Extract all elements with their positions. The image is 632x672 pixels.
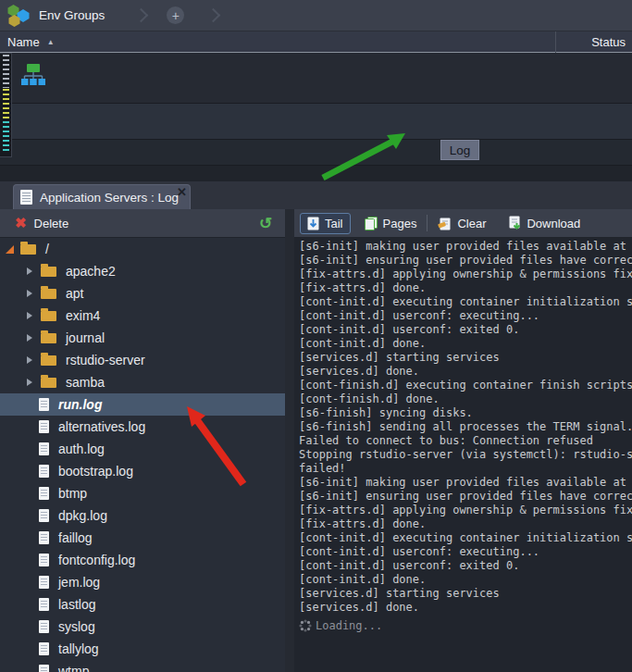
tree-root-label: /: [45, 242, 49, 256]
folder-expander-icon[interactable]: [27, 356, 32, 364]
log-output[interactable]: [s6-init] making user provided files ava…: [294, 238, 632, 672]
log-line: failed!: [299, 462, 632, 476]
task-strip-segment: [3, 55, 9, 88]
log-line: [cont-init.d] userconf: executing...: [299, 545, 632, 559]
status-column-header[interactable]: Status: [591, 35, 626, 49]
file-label: bootstrap.log: [58, 464, 133, 479]
spinner-icon: [299, 619, 312, 632]
breadcrumb-separator-icon: [134, 8, 149, 23]
pages-icon: [365, 217, 378, 230]
log-line: [services.d] done.: [299, 601, 632, 615]
tab-title: Application Servers : Log: [40, 191, 179, 205]
tree-item[interactable]: fontconfig.log: [0, 549, 285, 571]
file-icon: [39, 665, 49, 672]
clear-button[interactable]: Clear: [431, 214, 492, 233]
tail-icon: [307, 217, 319, 230]
log-line: [fix-attrs.d] done.: [299, 281, 632, 295]
file-label: lastlog: [58, 597, 95, 612]
file-label: tallylog: [58, 641, 99, 656]
tree-root[interactable]: /: [0, 238, 285, 260]
file-label: btmp: [58, 486, 87, 501]
file-icon: [39, 509, 49, 522]
file-label: jem.log: [58, 575, 100, 590]
log-line: [s6-init] ensuring user provided files h…: [299, 490, 632, 504]
tree-item[interactable]: wtmp: [0, 660, 285, 672]
folder-expander-icon[interactable]: [27, 312, 32, 319]
refresh-icon[interactable]: ↻: [259, 214, 272, 233]
folder-expander-icon[interactable]: [27, 290, 32, 297]
tree-item[interactable]: bootstrap.log: [0, 460, 285, 482]
delete-x-icon: ✖: [15, 215, 27, 231]
tab-close-icon[interactable]: ✕: [177, 185, 187, 199]
pages-button[interactable]: Pages: [358, 214, 424, 233]
folder-label: samba: [66, 375, 105, 390]
folder-icon: [41, 311, 56, 321]
tree-root-expander-icon[interactable]: [6, 245, 14, 254]
file-icon: [39, 620, 49, 633]
add-env-group-button[interactable]: +: [167, 6, 184, 24]
file-icon: [39, 642, 49, 655]
tree-item[interactable]: auth.log: [0, 438, 285, 460]
tree-item[interactable]: exim4: [0, 305, 285, 327]
tree-item[interactable]: dpkg.log: [0, 504, 285, 527]
folder-icon: [41, 355, 56, 366]
log-tooltip: Log: [440, 140, 479, 160]
folder-expander-icon[interactable]: [27, 268, 32, 275]
log-line: [fix-attrs.d] applying ownership & permi…: [299, 504, 632, 517]
folder-label: apache2: [66, 264, 116, 279]
panel-splitter[interactable]: [285, 209, 294, 672]
tree-item[interactable]: btmp: [0, 482, 285, 504]
log-line: [cont-init.d] userconf: executing...: [299, 309, 632, 323]
folder-icon: [41, 378, 56, 388]
tree-item[interactable]: syslog: [0, 616, 285, 638]
tree-item[interactable]: apt: [0, 282, 285, 305]
log-line: [s6-finish] syncing disks.: [299, 406, 632, 420]
tail-button[interactable]: Tail: [300, 213, 351, 234]
folder-expander-icon[interactable]: [27, 379, 32, 386]
breadcrumb: Env Groups +: [0, 0, 632, 31]
environment-topology-icon: [20, 63, 45, 86]
environment-row[interactable]: env-8835856 env-8835856.cloud.cloudraft.…: [0, 53, 632, 104]
column-divider[interactable]: [555, 31, 556, 53]
tree-item[interactable]: alternatives.log: [0, 416, 285, 438]
task-strip-segment: [3, 89, 9, 120]
tree-item[interactable]: faillog: [0, 527, 285, 549]
breadcrumb-env-groups[interactable]: Env Groups: [39, 8, 105, 22]
tree-item[interactable]: lastlog: [0, 593, 285, 616]
log-line: [cont-init.d] userconf: exited 0.: [299, 323, 632, 337]
log-line: [cont-finish.d] executing container fini…: [299, 379, 632, 392]
task-strip-segment: [3, 121, 9, 153]
env-groups-icon: [7, 5, 31, 27]
log-line: [s6-finish] sending all processes the TE…: [299, 420, 632, 434]
collapsed-tasks-panel[interactable]: [0, 53, 12, 157]
application-servers-row[interactable]: Application Servers ✎ Rstudio >_: [0, 104, 632, 140]
folder-label: rstudio-server: [66, 353, 145, 367]
log-line: [cont-init.d] done.: [299, 337, 632, 351]
log-toolbar: Tail Pages Clear Download: [294, 209, 632, 238]
folder-label: apt: [66, 286, 83, 301]
loading-indicator: Loading...: [299, 619, 632, 632]
tree-item[interactable]: tallylog: [0, 638, 285, 660]
grid-header: Name ▲ Status: [0, 31, 632, 53]
tree-item[interactable]: jem.log: [0, 571, 285, 593]
file-icon: [39, 576, 49, 589]
file-icon: [39, 398, 49, 411]
folder-label: exim4: [66, 308, 100, 323]
folder-expander-icon[interactable]: [27, 334, 32, 342]
tree-item[interactable]: apache2: [0, 260, 285, 282]
tree-item-selected[interactable]: run.log: [0, 393, 285, 416]
tab-application-servers-log[interactable]: Application Servers : Log ✕: [13, 184, 191, 209]
file-icon: [39, 487, 49, 500]
node-row[interactable]: Node ID: 1315: [0, 140, 632, 166]
download-button[interactable]: Download: [502, 213, 587, 233]
tree-item[interactable]: rstudio-server: [0, 349, 285, 371]
open-folder-icon: [20, 244, 36, 255]
tree-item[interactable]: samba: [0, 371, 285, 393]
file-icon: [39, 554, 49, 566]
clear-icon: [438, 217, 452, 230]
log-line: [cont-init.d] done.: [299, 573, 632, 587]
tree-item[interactable]: journal: [0, 327, 285, 349]
file-label: alternatives.log: [58, 419, 145, 434]
name-column-header[interactable]: Name: [7, 35, 40, 49]
delete-button[interactable]: Delete: [34, 217, 69, 230]
